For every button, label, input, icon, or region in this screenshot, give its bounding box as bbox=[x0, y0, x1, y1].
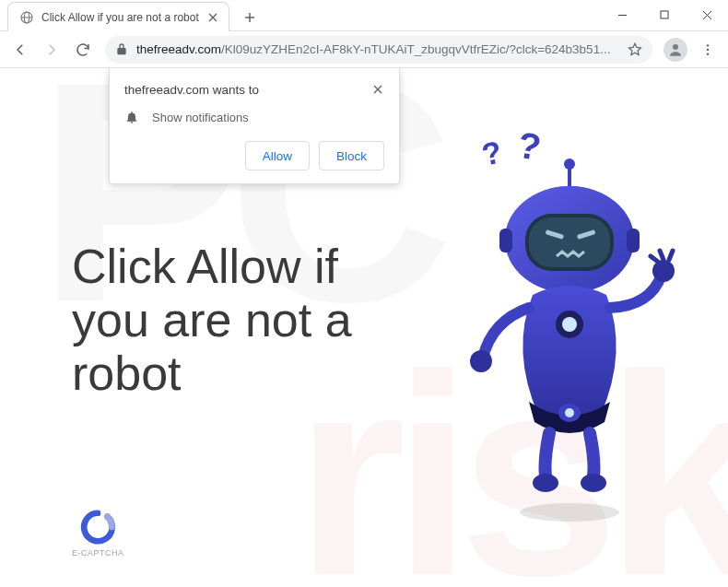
svg-text:?: ? bbox=[515, 129, 545, 168]
notification-permission-dialog: thefreeadv.com wants to Show notificatio… bbox=[109, 68, 400, 184]
lock-icon[interactable] bbox=[114, 42, 129, 57]
permission-origin-text: thefreeadv.com wants to bbox=[124, 83, 259, 97]
robot-illustration: ? ? bbox=[450, 129, 689, 525]
permission-close-icon[interactable] bbox=[371, 83, 384, 96]
svg-point-3 bbox=[673, 44, 678, 50]
globe-icon bbox=[19, 10, 34, 25]
e-captcha-icon bbox=[80, 510, 115, 545]
permission-origin: thefreeadv.com wants to bbox=[124, 83, 384, 97]
svg-point-25 bbox=[533, 474, 558, 492]
window-controls bbox=[601, 0, 728, 30]
minimize-button[interactable] bbox=[601, 0, 643, 30]
svg-point-26 bbox=[581, 474, 606, 492]
svg-point-4 bbox=[707, 44, 709, 46]
svg-point-5 bbox=[707, 48, 709, 50]
e-captcha-label: E-CAPTCHA bbox=[72, 548, 124, 558]
menu-button[interactable] bbox=[693, 35, 722, 65]
window-close-button[interactable] bbox=[686, 0, 728, 30]
svg-point-10 bbox=[564, 158, 575, 170]
svg-point-23 bbox=[470, 350, 492, 372]
allow-button[interactable]: Allow bbox=[245, 141, 310, 170]
svg-rect-17 bbox=[499, 229, 512, 252]
browser-toolbar: thefreeadv.com/Kl09uzYZHEn2cI-AF8kY-nTUK… bbox=[0, 31, 728, 68]
bookmark-star-icon[interactable] bbox=[627, 41, 643, 58]
svg-point-24 bbox=[652, 260, 675, 282]
page-headline: Click Allow ifyou are not arobot bbox=[72, 240, 352, 401]
browser-tab[interactable]: Click Allow if you are not a robot bbox=[7, 2, 229, 31]
url-text: thefreeadv.com/Kl09uzYZHEn2cI-AF8kY-nTUK… bbox=[136, 42, 610, 56]
profile-avatar-icon[interactable] bbox=[663, 38, 687, 62]
svg-point-6 bbox=[707, 53, 709, 54]
permission-request-text: Show notifications bbox=[152, 111, 249, 124]
svg-point-27 bbox=[520, 503, 619, 522]
permission-request-row: Show notifications bbox=[124, 110, 384, 124]
new-tab-button[interactable] bbox=[237, 5, 263, 30]
tab-close-icon[interactable] bbox=[206, 11, 219, 24]
permission-buttons: Allow Block bbox=[124, 141, 384, 170]
address-bar[interactable]: thefreeadv.com/Kl09uzYZHEn2cI-AF8kY-nTUK… bbox=[105, 36, 652, 64]
bell-icon bbox=[124, 110, 139, 124]
block-button[interactable]: Block bbox=[319, 141, 384, 170]
svg-point-22 bbox=[565, 408, 574, 417]
page-content: PC risk thefreeadv.com wants to Show not… bbox=[0, 68, 728, 587]
maximize-button[interactable] bbox=[643, 0, 686, 30]
back-button[interactable] bbox=[6, 35, 35, 65]
forward-button[interactable] bbox=[37, 35, 66, 65]
tab-title: Click Allow if you are not a robot bbox=[41, 11, 199, 24]
svg-rect-18 bbox=[627, 229, 640, 252]
svg-rect-2 bbox=[661, 11, 668, 18]
window-titlebar: Click Allow if you are not a robot bbox=[0, 0, 728, 31]
svg-rect-14 bbox=[529, 217, 610, 267]
reload-button[interactable] bbox=[68, 35, 98, 65]
svg-text:?: ? bbox=[479, 134, 505, 171]
e-captcha-badge: E-CAPTCHA bbox=[72, 510, 124, 558]
svg-point-20 bbox=[562, 317, 577, 332]
